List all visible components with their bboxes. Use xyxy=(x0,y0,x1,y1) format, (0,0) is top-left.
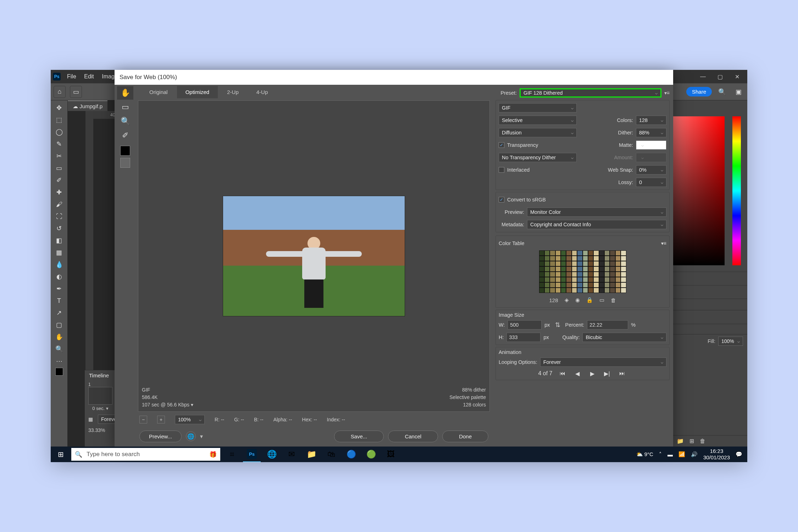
menu-file[interactable]: File xyxy=(67,73,76,79)
width-input[interactable]: 500 xyxy=(508,320,542,329)
link-dims-icon[interactable]: ⇅ xyxy=(555,321,560,329)
quality-select[interactable]: Bicubic xyxy=(582,333,666,342)
transparency-checkbox[interactable] xyxy=(499,142,504,148)
timeline-convert-icon[interactable]: ▦ xyxy=(88,416,93,422)
timeline-frame[interactable]: 10 sec. ▾ xyxy=(88,382,112,411)
taskbar-ps-icon[interactable]: Ps xyxy=(243,447,261,462)
weather-widget[interactable]: ⛅ 9°C xyxy=(636,451,653,458)
tab-optimized[interactable]: Optimized xyxy=(177,86,218,98)
percent-input[interactable]: 22.22 xyxy=(587,320,628,329)
history-brush-icon[interactable]: ↺ xyxy=(53,223,66,234)
task-view-icon[interactable]: ⌗ xyxy=(223,447,241,462)
last-frame-icon[interactable]: ⏭ xyxy=(617,369,627,378)
taskbar-app-icon[interactable]: 🔵 xyxy=(342,447,360,462)
tray-notifications-icon[interactable]: 💬 xyxy=(736,451,742,458)
srgb-checkbox[interactable] xyxy=(499,197,504,203)
tab-4up[interactable]: 4-Up xyxy=(248,86,277,98)
done-button[interactable]: Done xyxy=(442,431,488,442)
fill-select[interactable]: 100% xyxy=(718,337,743,346)
preset-menu-icon[interactable]: ▾≡ xyxy=(664,90,670,96)
dialog-zoom-tool-icon[interactable]: 🔍 xyxy=(117,115,133,128)
dither-select[interactable]: 88% xyxy=(636,128,666,137)
crop-tool-icon[interactable]: ✂ xyxy=(53,151,66,161)
ct-shift-icon[interactable]: ◉ xyxy=(575,297,580,303)
minimize-icon[interactable]: — xyxy=(695,71,711,82)
maximize-icon[interactable]: ▢ xyxy=(712,71,728,82)
first-frame-icon[interactable]: ⏮ xyxy=(558,369,567,378)
eraser-tool-icon[interactable]: ◧ xyxy=(53,235,66,246)
close-icon[interactable]: ✕ xyxy=(729,71,745,82)
stamp-tool-icon[interactable]: ⛶ xyxy=(53,211,66,222)
color-table-grid[interactable] xyxy=(539,250,626,293)
brush-tool-icon[interactable]: 🖌 xyxy=(53,199,66,210)
ct-lock-icon[interactable]: 🔒 xyxy=(586,297,593,303)
dither-method-select[interactable]: Diffusion xyxy=(499,128,577,137)
image-preview[interactable]: GIF586.4K107 sec @ 56.6 Kbps ▾ 88% dithe… xyxy=(138,100,490,412)
search-icon[interactable]: 🔍 xyxy=(716,86,728,98)
tab-2up[interactable]: 2-Up xyxy=(218,86,247,98)
cancel-button[interactable]: Cancel xyxy=(388,431,438,442)
preset-select[interactable]: GIF 128 Dithered xyxy=(520,88,661,98)
matte-select[interactable] xyxy=(636,140,666,150)
lossy-select[interactable]: 0 xyxy=(636,178,666,187)
hand-tool-icon[interactable]: ✋ xyxy=(53,332,66,342)
dialog-color-swatch[interactable] xyxy=(120,146,130,156)
ct-snap-icon[interactable]: ◈ xyxy=(565,297,569,303)
new-group-icon[interactable]: 📁 xyxy=(677,438,684,444)
dialog-slice-tool-icon[interactable]: ▭ xyxy=(117,100,133,114)
preview-mode-select[interactable]: Monitor Color xyxy=(527,207,666,217)
ct-trash-icon[interactable]: 🗑 xyxy=(611,297,616,303)
taskbar-edge-icon[interactable]: 🌐 xyxy=(263,447,281,462)
share-button[interactable]: Share xyxy=(686,87,712,96)
next-frame-icon[interactable]: ▶| xyxy=(602,369,612,378)
lasso-tool-icon[interactable]: ◯ xyxy=(53,127,66,137)
fg-color-swatch[interactable] xyxy=(55,368,63,376)
browser-preview-icon[interactable]: 🌐 xyxy=(186,431,196,441)
play-icon[interactable]: ▶ xyxy=(587,369,597,378)
zoom-select[interactable]: 100% xyxy=(175,415,205,424)
home-icon[interactable]: ⌂ xyxy=(54,86,66,98)
save-button[interactable]: Save... xyxy=(334,431,384,442)
move-tool-icon[interactable]: ✥ xyxy=(53,102,66,113)
workspace-icon[interactable]: ▣ xyxy=(732,86,744,98)
format-select[interactable]: GIF xyxy=(499,103,577,112)
zoom-tool-icon[interactable]: 🔍 xyxy=(53,344,66,354)
taskbar-search[interactable]: 🔍 Type here to search🎁 xyxy=(71,448,220,461)
tray-battery-icon[interactable]: ▬ xyxy=(667,451,673,458)
pen-tool-icon[interactable]: ✒ xyxy=(53,283,66,294)
zoom-in-icon[interactable]: + xyxy=(157,416,165,423)
trash-icon[interactable]: 🗑 xyxy=(700,438,705,444)
menu-bar[interactable]: File Edit Imag xyxy=(67,73,121,80)
wand-tool-icon[interactable]: ✎ xyxy=(53,139,66,149)
shape-tool-icon[interactable]: ▢ xyxy=(53,320,66,330)
dialog-eyedropper-tool-icon[interactable]: ✐ xyxy=(117,129,133,142)
taskbar-chrome-icon[interactable]: 🟢 xyxy=(362,447,380,462)
heal-tool-icon[interactable]: ✚ xyxy=(53,187,66,198)
dodge-tool-icon[interactable]: ◐ xyxy=(53,271,66,282)
reduction-select[interactable]: Selective xyxy=(499,116,577,125)
colors-select[interactable]: 128 xyxy=(636,116,666,125)
marquee-tool-icon[interactable]: ⬚ xyxy=(53,115,66,125)
colortable-menu-icon[interactable]: ▾≡ xyxy=(661,240,666,246)
metadata-select[interactable]: Copyright and Contact Info xyxy=(527,220,666,229)
websnap-select[interactable]: 0% xyxy=(636,165,666,174)
gradient-tool-icon[interactable]: ▦ xyxy=(53,247,66,258)
eyedropper-tool-icon[interactable]: ✐ xyxy=(53,175,66,185)
tray-clock[interactable]: 16:2330/01/2023 xyxy=(703,448,730,461)
ct-new-icon[interactable]: ▭ xyxy=(599,297,604,303)
menu-edit[interactable]: Edit xyxy=(84,73,94,79)
menu-image[interactable]: Imag xyxy=(102,73,115,79)
path-tool-icon[interactable]: ↗ xyxy=(53,307,66,318)
dialog-hand-tool-icon[interactable]: ✋ xyxy=(117,86,133,100)
document-tab[interactable]: ☁ Jumpgif.p xyxy=(68,100,107,111)
type-tool-icon[interactable]: T xyxy=(53,295,66,306)
color-hue-slider[interactable] xyxy=(732,116,741,265)
new-layer-icon[interactable]: ⊞ xyxy=(689,438,694,444)
frame-tool-icon[interactable]: ▭ xyxy=(53,163,66,173)
tray-wifi-icon[interactable]: 📶 xyxy=(678,451,685,458)
height-input[interactable]: 333 xyxy=(506,333,541,342)
start-button-icon[interactable]: ⊞ xyxy=(51,447,71,462)
dialog-slice-visibility-icon[interactable] xyxy=(120,158,130,168)
taskbar-explorer-icon[interactable]: 📁 xyxy=(303,447,320,462)
tray-chevron-icon[interactable]: ˄ xyxy=(659,451,662,458)
